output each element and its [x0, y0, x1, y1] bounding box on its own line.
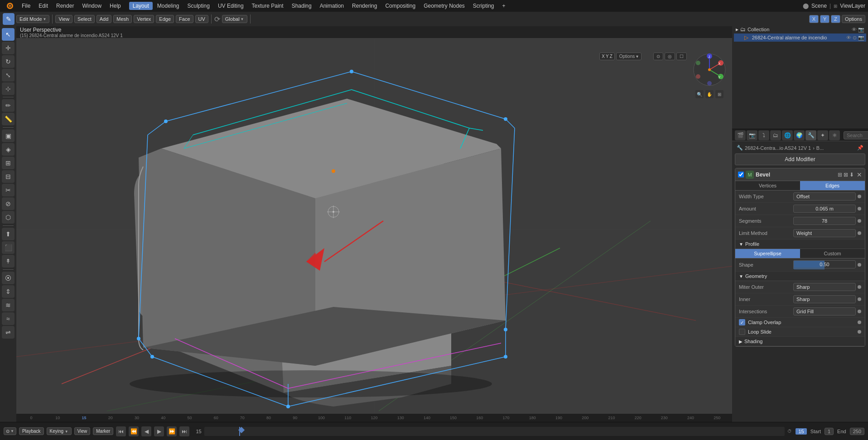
- visibility-icon[interactable]: 👁: [852, 27, 857, 33]
- tool-transform[interactable]: ⊹: [2, 82, 14, 95]
- tool-shrink-flatten[interactable]: ⦿: [2, 272, 14, 284]
- tool-scale[interactable]: ⤡: [2, 69, 14, 81]
- timeline-mode-dropdown[interactable]: ⊙ ▼: [4, 427, 16, 435]
- tool-offset-edge[interactable]: ⊟: [2, 170, 14, 183]
- width-type-select[interactable]: Offset: [793, 192, 856, 201]
- start-frame-input[interactable]: 1: [825, 428, 834, 435]
- render-icon[interactable]: 📷: [858, 27, 864, 33]
- superellipse-tab[interactable]: Superellipse: [735, 249, 800, 258]
- tool-smooth[interactable]: ≋: [2, 299, 14, 311]
- properties-search-input[interactable]: [844, 131, 868, 139]
- workspace-texture-paint[interactable]: Texture Paint: [248, 2, 287, 10]
- zoom-icon[interactable]: 🔍: [695, 90, 704, 98]
- modifier-icon-b[interactable]: ⊠: [844, 172, 848, 178]
- select-btn[interactable]: Select: [74, 15, 95, 23]
- next-keyframe-btn[interactable]: ⏩: [167, 426, 177, 436]
- modifier-enabled-checkbox[interactable]: [738, 172, 744, 177]
- intersections-select[interactable]: Grid Fill: [793, 307, 856, 316]
- modifier-icon-c[interactable]: ⬇: [849, 172, 854, 178]
- vertices-tab[interactable]: Vertices: [735, 181, 800, 190]
- segments-input[interactable]: 78: [793, 217, 856, 225]
- tool-extrude[interactable]: ⬆: [2, 228, 14, 240]
- keying-btn[interactable]: Keying ▼: [47, 427, 72, 435]
- workspace-geometry-nodes[interactable]: Geometry Nodes: [420, 2, 468, 10]
- tool-extrude-manifold[interactable]: ⬛: [2, 241, 14, 254]
- prop-modifier-icon[interactable]: 🔧: [805, 130, 816, 140]
- tool-knife[interactable]: ✂: [2, 184, 14, 196]
- end-frame-input[interactable]: 250: [850, 428, 864, 435]
- mode-dropdown[interactable]: Edit Mode ▼: [16, 15, 49, 23]
- view-btn[interactable]: View: [55, 15, 72, 23]
- pivot-dropdown[interactable]: Global ▼: [222, 15, 247, 23]
- add-btn[interactable]: Add: [96, 15, 112, 23]
- overlay-btn[interactable]: ◎: [665, 53, 675, 60]
- tool-push-pull[interactable]: ⇕: [2, 285, 14, 298]
- prop-scene-icon[interactable]: 🎬: [735, 130, 746, 140]
- tool-inset[interactable]: ▣: [2, 129, 14, 142]
- workspace-sculpting[interactable]: Sculpting: [184, 2, 213, 10]
- prop-particles-icon[interactable]: ✦: [817, 130, 828, 140]
- vertex-btn[interactable]: Vertex: [134, 15, 154, 23]
- playback-btn[interactable]: Playback: [19, 427, 44, 435]
- play-reverse-btn[interactable]: ◀: [141, 426, 151, 436]
- perspective-icon[interactable]: ⊞: [715, 90, 723, 98]
- profile-section-header[interactable]: ▼ Profile: [735, 239, 865, 249]
- prop-view-layer-icon[interactable]: 🗂: [770, 130, 781, 140]
- shading-section-header[interactable]: ▶ Shading: [735, 337, 865, 346]
- add-modifier-button[interactable]: Add Modifier: [735, 153, 865, 165]
- edge-btn[interactable]: Edge: [156, 15, 174, 23]
- custom-tab[interactable]: Custom: [800, 249, 865, 258]
- loop-slide-checkbox[interactable]: [739, 329, 745, 335]
- blender-menu[interactable]: [3, 1, 17, 10]
- uv-btn[interactable]: UV: [195, 15, 208, 23]
- current-frame-input[interactable]: 15: [796, 428, 806, 435]
- viewport[interactable]: User Perspective (15) 26824-Central alar…: [16, 26, 732, 422]
- tool-slide-relax[interactable]: ⇌: [2, 326, 14, 339]
- tool-cursor[interactable]: ↖: [2, 28, 14, 41]
- object-visibility-icon[interactable]: 👁: [846, 35, 851, 41]
- tool-loop-cut[interactable]: ⊞: [2, 157, 14, 169]
- workspace-animation[interactable]: Animation: [316, 2, 347, 10]
- viewport-shading-btn[interactable]: ⊙: [653, 53, 663, 60]
- modifier-close-btn[interactable]: ✕: [857, 171, 862, 178]
- workspace-shading[interactable]: Shading: [288, 2, 315, 10]
- modifier-icon-a[interactable]: ⊞: [838, 172, 842, 178]
- workspace-layout[interactable]: Layout: [129, 2, 153, 10]
- workspace-compositing[interactable]: Compositing: [381, 2, 419, 10]
- prop-output-icon[interactable]: ⤵: [758, 130, 769, 140]
- prop-world-icon[interactable]: 🌍: [794, 130, 805, 140]
- face-btn[interactable]: Face: [176, 15, 193, 23]
- jump-start-btn[interactable]: ⏮: [116, 426, 126, 436]
- clamp-overlap-checkbox[interactable]: ✓: [739, 319, 745, 325]
- tool-bisect[interactable]: ⊘: [2, 197, 14, 210]
- breadcrumb-pin-icon[interactable]: 📌: [857, 145, 863, 151]
- mesh-btn[interactable]: Mesh: [113, 15, 132, 23]
- transform-icon[interactable]: ⟳: [214, 15, 220, 24]
- outliner-scene-collection[interactable]: ▸ 🗂 Collection 👁 📷: [734, 25, 866, 33]
- workspace-modeling[interactable]: Modeling: [154, 2, 183, 10]
- edges-tab[interactable]: Edges: [800, 181, 865, 190]
- prop-render-icon[interactable]: 📷: [747, 130, 757, 140]
- prev-keyframe-btn[interactable]: ⏪: [129, 426, 139, 436]
- amount-input[interactable]: 0.065 m: [793, 205, 856, 213]
- options-viewport-btn[interactable]: Options ▾: [616, 53, 641, 60]
- z-constraint[interactable]: Z: [831, 15, 840, 23]
- outliner-object-row[interactable]: ▷ 26824-Central alarme de incendio 👁 ⊙ 📷: [734, 33, 866, 42]
- y-constraint[interactable]: Y: [820, 15, 829, 23]
- pan-icon[interactable]: ✋: [705, 90, 714, 98]
- tool-measure[interactable]: 📏: [2, 113, 14, 125]
- geometry-section-header[interactable]: ▼ Geometry: [735, 272, 865, 281]
- prop-physics-icon[interactable]: ⚛: [829, 130, 840, 140]
- limit-method-select[interactable]: Weight: [793, 229, 856, 237]
- tool-annotate[interactable]: ✏: [2, 99, 14, 112]
- workspace-scripting[interactable]: Scripting: [469, 2, 498, 10]
- marker-btn[interactable]: Marker: [93, 427, 113, 435]
- menu-window[interactable]: Window: [78, 2, 105, 10]
- menu-edit[interactable]: Edit: [35, 2, 52, 10]
- shape-input-display[interactable]: 0.50: [793, 260, 856, 268]
- tool-bevel[interactable]: ◈: [2, 143, 14, 156]
- object-render-icon[interactable]: 📷: [858, 35, 864, 41]
- menu-render[interactable]: Render: [53, 2, 77, 10]
- tool-poly-build[interactable]: ⬡: [2, 211, 14, 224]
- workspace-add[interactable]: +: [499, 2, 509, 10]
